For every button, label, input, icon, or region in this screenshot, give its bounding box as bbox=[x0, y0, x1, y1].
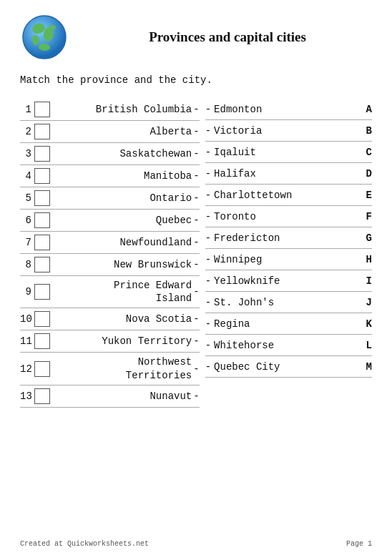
province-name: Yukon Territory bbox=[53, 335, 193, 348]
city-letter: G bbox=[363, 232, 372, 244]
city-row: -WhitehorseL bbox=[205, 335, 372, 356]
city-name: Quebec City bbox=[214, 361, 363, 373]
city-row: -Quebec CityM bbox=[205, 356, 372, 378]
province-name: British Columbia bbox=[53, 103, 193, 116]
province-dash: - bbox=[193, 215, 199, 226]
city-letter: I bbox=[363, 275, 372, 287]
city-row: -TorontoF bbox=[205, 206, 372, 227]
answer-checkbox[interactable] bbox=[34, 284, 50, 300]
answer-checkbox[interactable] bbox=[34, 124, 50, 139]
provinces-list: 1British Columbia -2Alberta -3Saskatchew… bbox=[20, 99, 200, 408]
province-dash: - bbox=[193, 148, 199, 159]
city-name: Winnipeg bbox=[214, 254, 363, 265]
city-row: -VictoriaB bbox=[205, 120, 372, 142]
city-dash: - bbox=[205, 125, 211, 137]
province-dash: - bbox=[193, 363, 199, 375]
answer-checkbox[interactable] bbox=[34, 190, 50, 206]
province-name: Nova Scotia bbox=[53, 313, 193, 325]
province-dash: - bbox=[193, 259, 199, 270]
province-dash: - bbox=[193, 104, 199, 115]
province-number: 5 bbox=[20, 192, 34, 204]
city-row: -FrederictonG bbox=[205, 227, 372, 249]
city-letter: B bbox=[363, 125, 372, 137]
province-name: Alberta bbox=[53, 125, 193, 138]
province-row: 11Yukon Territory - bbox=[20, 330, 200, 353]
city-letter: H bbox=[363, 254, 372, 265]
province-number: 7 bbox=[20, 237, 34, 248]
city-dash: - bbox=[205, 340, 211, 351]
city-dash: - bbox=[205, 232, 211, 244]
city-name: Halifax bbox=[214, 168, 363, 180]
province-dash: - bbox=[193, 313, 199, 325]
footer-page: Page 1 bbox=[346, 540, 372, 548]
city-dash: - bbox=[205, 104, 211, 115]
city-row: -HalifaxD bbox=[205, 163, 372, 185]
footer: Created at Quickworksheets.net Page 1 bbox=[20, 540, 372, 548]
city-dash: - bbox=[205, 361, 211, 373]
city-name: Regina bbox=[214, 318, 363, 330]
answer-checkbox[interactable] bbox=[34, 168, 50, 184]
province-row: 12NorthwestTerritories - bbox=[20, 353, 200, 385]
city-name: Edmonton bbox=[214, 104, 363, 115]
province-number: 13 bbox=[20, 391, 34, 402]
province-row: 4Manitoba - bbox=[20, 165, 200, 187]
province-name: Newfoundland bbox=[53, 236, 193, 249]
province-dash: - bbox=[193, 237, 199, 248]
province-name: Prince EdwardIsland bbox=[53, 279, 193, 305]
globe-icon bbox=[20, 13, 69, 62]
province-row: 5Ontario - bbox=[20, 187, 200, 210]
answer-checkbox[interactable] bbox=[34, 333, 50, 349]
province-row: 3Saskatchewan - bbox=[20, 143, 200, 165]
province-dash: - bbox=[193, 335, 199, 347]
answer-checkbox[interactable] bbox=[34, 212, 50, 228]
city-letter: D bbox=[363, 168, 372, 180]
city-dash: - bbox=[205, 318, 211, 330]
province-number: 1 bbox=[20, 104, 34, 115]
city-name: Victoria bbox=[214, 125, 363, 137]
city-row: -YellowknifeI bbox=[205, 270, 372, 292]
province-name: Ontario bbox=[53, 192, 193, 205]
province-number: 4 bbox=[20, 170, 34, 182]
page-title: Provinces and capital cities bbox=[83, 29, 372, 45]
answer-checkbox[interactable] bbox=[34, 257, 50, 272]
city-dash: - bbox=[205, 211, 211, 222]
city-name: Toronto bbox=[214, 211, 363, 222]
city-letter: E bbox=[363, 190, 372, 201]
city-dash: - bbox=[205, 297, 211, 308]
province-dash: - bbox=[193, 286, 199, 298]
province-name: Saskatchewan bbox=[53, 147, 193, 160]
province-number: 10 bbox=[20, 313, 34, 325]
city-dash: - bbox=[205, 254, 211, 265]
city-letter: A bbox=[363, 104, 372, 115]
answer-checkbox[interactable] bbox=[34, 146, 50, 162]
answer-checkbox[interactable] bbox=[34, 102, 50, 117]
answer-checkbox[interactable] bbox=[34, 388, 50, 404]
city-dash: - bbox=[205, 190, 211, 201]
main-area: 1British Columbia -2Alberta -3Saskatchew… bbox=[20, 99, 372, 408]
city-name: St. John's bbox=[214, 297, 363, 308]
answer-checkbox[interactable] bbox=[34, 235, 50, 250]
city-name: Whitehorse bbox=[214, 340, 363, 351]
province-row: 10Nova Scotia - bbox=[20, 308, 200, 330]
province-number: 12 bbox=[20, 363, 34, 375]
city-letter: C bbox=[363, 147, 372, 158]
city-dash: - bbox=[205, 275, 211, 287]
province-number: 9 bbox=[20, 286, 34, 298]
province-dash: - bbox=[193, 391, 199, 402]
province-dash: - bbox=[193, 170, 199, 182]
city-dash: - bbox=[205, 168, 211, 180]
city-row: -IqaluitC bbox=[205, 142, 372, 163]
city-row: -WinnipegH bbox=[205, 249, 372, 270]
cities-list: -EdmontonA-VictoriaB-IqaluitC-HalifaxD-C… bbox=[200, 99, 372, 408]
answer-checkbox[interactable] bbox=[34, 361, 50, 377]
province-number: 6 bbox=[20, 215, 34, 226]
province-row: 13Nunavut - bbox=[20, 385, 200, 408]
province-row: 2Alberta - bbox=[20, 121, 200, 143]
province-dash: - bbox=[193, 192, 199, 204]
province-row: 9Prince EdwardIsland - bbox=[20, 276, 200, 308]
city-name: Yellowknife bbox=[214, 275, 363, 287]
province-name: Quebec bbox=[53, 214, 193, 227]
province-dash: - bbox=[193, 126, 199, 137]
province-name: NorthwestTerritories bbox=[53, 355, 193, 381]
answer-checkbox[interactable] bbox=[34, 311, 50, 327]
